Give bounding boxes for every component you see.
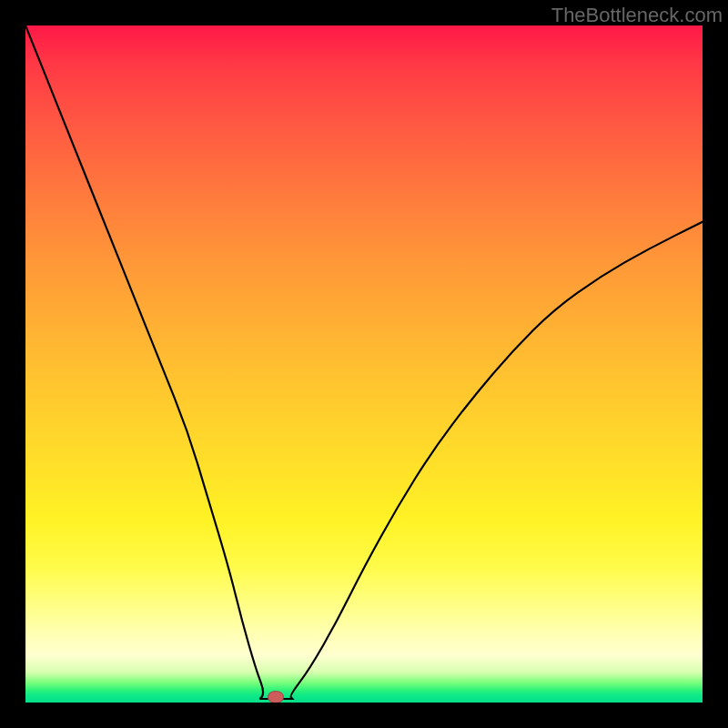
optimal-point-marker [268, 691, 284, 703]
bottleneck-curve [25, 25, 703, 703]
plot-area [25, 25, 703, 703]
watermark-text: TheBottleneck.com [551, 4, 723, 27]
